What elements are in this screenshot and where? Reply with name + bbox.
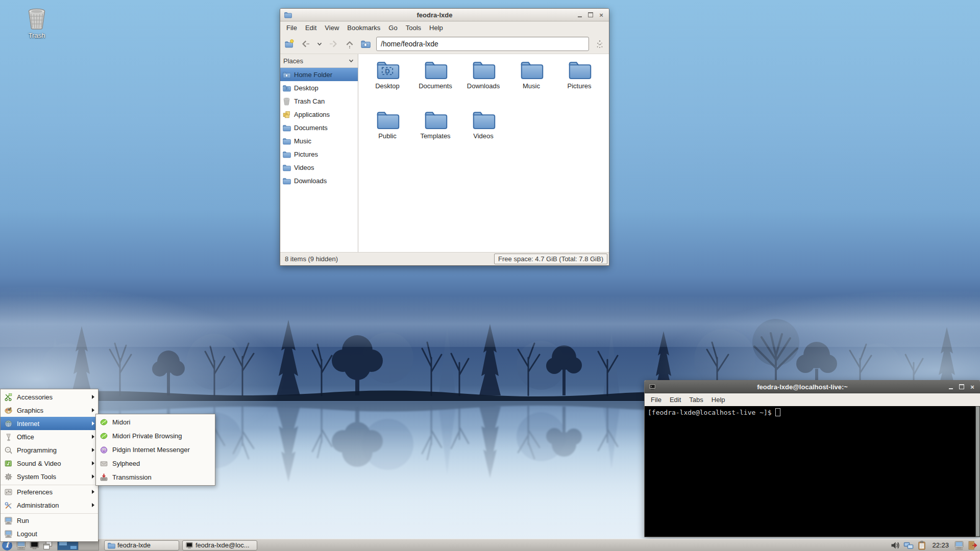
- desktop-trash-shortcut[interactable]: Trash: [17, 6, 56, 39]
- folder-desktop-icon: [374, 57, 401, 82]
- places-item[interactable]: Applications: [280, 108, 358, 121]
- folder-home-icon: [282, 70, 291, 79]
- folder-desktop-icon: [282, 84, 291, 92]
- submenu-item[interactable]: Sylpheed: [96, 457, 215, 470]
- file-manager-statusbar: 8 items (9 hidden) Free space: 4.7 GiB (…: [280, 252, 609, 265]
- graphics-icon: [4, 406, 13, 415]
- back-icon[interactable]: [300, 39, 310, 49]
- folder-item[interactable]: Music: [507, 57, 555, 107]
- system-tools-icon: [4, 472, 13, 481]
- volume-icon[interactable]: [890, 540, 900, 550]
- places-item[interactable]: Desktop: [280, 81, 358, 94]
- taskbar: f feodra-lxde: [0, 539, 980, 551]
- administration-icon: [4, 501, 13, 510]
- preferences-icon: [4, 488, 13, 496]
- places-item[interactable]: Music: [280, 134, 358, 147]
- jump-to-icon[interactable]: [595, 39, 605, 49]
- app-menu-item[interactable]: Accessories: [1, 390, 98, 404]
- maximize-button[interactable]: [586, 11, 595, 19]
- app-menu-item[interactable]: Run: [1, 513, 98, 527]
- menubar-item[interactable]: Bookmarks: [343, 21, 384, 34]
- network-icon[interactable]: [903, 540, 914, 550]
- menubar-item[interactable]: Help: [425, 21, 447, 34]
- task-button[interactable]: feodra-lxde@loc...: [182, 540, 257, 550]
- logout-icon[interactable]: [967, 540, 977, 550]
- places-item[interactable]: Pictures: [280, 147, 358, 161]
- internet-submenu: Midori Midori Private Browsing Pidgin In…: [95, 414, 215, 486]
- sound-video-icon: [4, 459, 13, 468]
- folder-item[interactable]: Desktop: [363, 57, 411, 107]
- window-folder-icon: [284, 11, 292, 19]
- monitor-dark-icon: [185, 541, 193, 549]
- folder-item[interactable]: Pictures: [555, 57, 603, 107]
- places-collapse-icon[interactable]: [348, 57, 355, 64]
- new-tab-icon[interactable]: [284, 39, 295, 49]
- folder-icon: [107, 541, 115, 549]
- screensaver-icon[interactable]: [954, 540, 964, 550]
- folder-item[interactable]: Templates: [411, 107, 459, 157]
- submenu-item[interactable]: Pidgin Internet Messenger: [96, 443, 215, 457]
- terminal-menubar-item[interactable]: Tabs: [685, 393, 707, 406]
- trash-label: Trash: [17, 32, 56, 39]
- submenu-item[interactable]: Midori Private Browsing: [96, 429, 215, 443]
- terminal-menubar-item[interactable]: Edit: [666, 393, 685, 406]
- folder-item[interactable]: Videos: [459, 107, 507, 157]
- terminal-menubar-item[interactable]: Help: [707, 393, 729, 406]
- terminal-titlebar[interactable]: feodra-lxde@localhost-live:~ ×: [645, 381, 980, 393]
- folder-view[interactable]: Desktop Documents Downloads Music: [358, 54, 609, 252]
- app-menu-item[interactable]: Sound & Video: [1, 457, 98, 470]
- menubar-item[interactable]: Go: [384, 21, 401, 34]
- places-header-label: Places: [283, 57, 348, 65]
- internet-icon: [4, 419, 13, 428]
- menubar-item[interactable]: Edit: [301, 21, 321, 34]
- terminal-close-button[interactable]: ×: [968, 383, 976, 391]
- home-icon[interactable]: [360, 39, 371, 49]
- folder-icon: [422, 57, 449, 82]
- places-item[interactable]: Trash Can: [280, 94, 358, 108]
- app-menu-item[interactable]: Administration: [1, 498, 98, 512]
- places-header[interactable]: Places: [280, 54, 358, 68]
- terminal-minimize-button[interactable]: [947, 383, 955, 391]
- minimize-button[interactable]: [576, 11, 584, 19]
- clipboard-icon[interactable]: [917, 540, 927, 550]
- app-menu-item[interactable]: Logout: [1, 527, 98, 540]
- terminal-maximize-button[interactable]: [958, 383, 966, 391]
- task-button[interactable]: feodra-lxde: [104, 540, 179, 550]
- folder-icon: [470, 107, 497, 132]
- folder-icon: [374, 107, 401, 132]
- submenu-item[interactable]: Midori: [96, 415, 215, 429]
- transmission-icon: [100, 473, 108, 482]
- places-item[interactable]: Documents: [280, 121, 358, 134]
- path-input[interactable]: [376, 37, 589, 51]
- up-icon[interactable]: [345, 39, 355, 49]
- clock[interactable]: 22:23: [932, 541, 949, 549]
- close-button[interactable]: ×: [597, 11, 605, 19]
- terminal-body[interactable]: [feodra-lxde@localhost-live ~]$: [645, 406, 980, 537]
- places-item[interactable]: Downloads: [280, 174, 358, 187]
- app-menu-item[interactable]: Programming: [1, 443, 98, 457]
- folder-item[interactable]: Downloads: [459, 57, 507, 107]
- app-menu-item[interactable]: Office: [1, 430, 98, 443]
- terminal-window: feodra-lxde@localhost-live:~ × FileEditT…: [644, 380, 980, 537]
- submenu-item[interactable]: Transmission: [96, 470, 215, 484]
- folder-icon: [282, 123, 291, 132]
- places-item[interactable]: Videos: [280, 161, 358, 174]
- app-menu-item[interactable]: Internet: [1, 417, 98, 430]
- history-dropdown-icon[interactable]: [316, 40, 323, 47]
- folder-item[interactable]: Documents: [411, 57, 459, 107]
- app-menu-item[interactable]: Graphics: [1, 404, 98, 417]
- terminal-cursor: [775, 408, 780, 416]
- terminal-menubar-item[interactable]: File: [647, 393, 666, 406]
- folder-icon: [422, 107, 449, 132]
- places-item[interactable]: Home Folder: [280, 68, 358, 81]
- app-menu-item[interactable]: Preferences: [1, 485, 98, 498]
- menubar-item[interactable]: View: [321, 21, 343, 34]
- midori-icon: [100, 432, 108, 440]
- menubar-item[interactable]: File: [282, 21, 301, 34]
- terminal-scrollbar[interactable]: [975, 406, 980, 537]
- folder-item[interactable]: Public: [363, 107, 411, 157]
- menubar-item[interactable]: Tools: [402, 21, 425, 34]
- folder-icon: [282, 163, 291, 172]
- app-menu-item[interactable]: System Tools: [1, 470, 98, 483]
- file-manager-titlebar[interactable]: feodra-lxde ×: [280, 9, 609, 21]
